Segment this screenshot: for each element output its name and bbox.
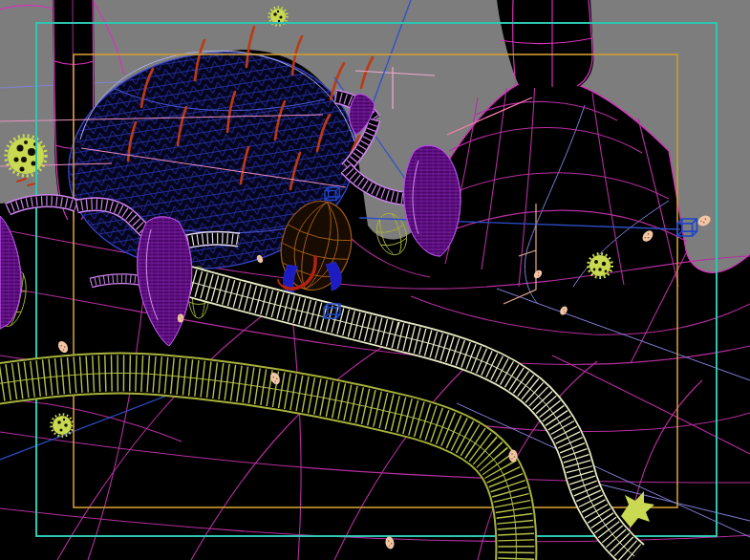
viewport-stage [0, 0, 750, 560]
3d-viewport-canvas[interactable] [0, 0, 750, 560]
egg-pebble[interactable] [509, 450, 518, 463]
egg-pebble[interactable] [178, 313, 183, 322]
